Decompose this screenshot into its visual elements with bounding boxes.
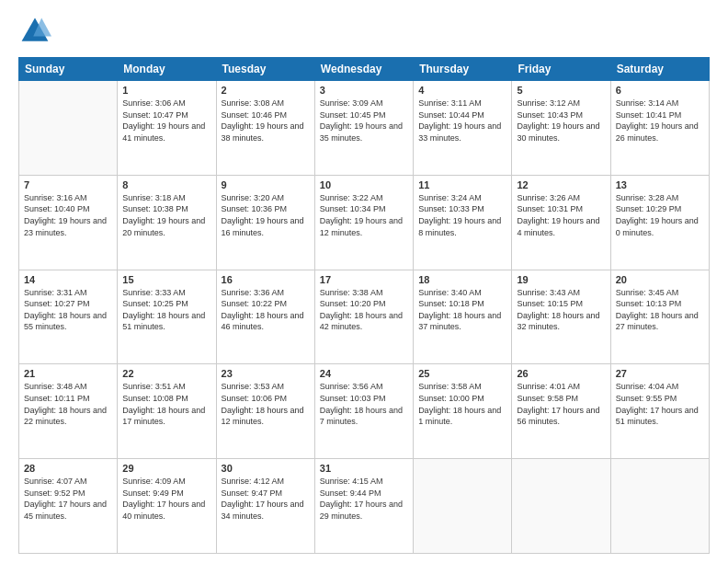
weekday-header-monday: Monday [118,58,216,81]
day-cell: 31 Sunrise: 4:15 AM Sunset: 9:44 PM Dayl… [314,459,413,554]
day-number: 1 [122,85,210,96]
day-cell: 22 Sunrise: 3:51 AM Sunset: 10:08 PM Day… [118,364,216,459]
day-cell: 29 Sunrise: 4:09 AM Sunset: 9:49 PM Dayl… [118,459,216,554]
day-cell: 7 Sunrise: 3:16 AM Sunset: 10:40 PM Dayl… [19,175,118,270]
week-row-4: 21 Sunrise: 3:48 AM Sunset: 10:11 PM Day… [19,364,710,459]
day-cell: 2 Sunrise: 3:08 AM Sunset: 10:46 PM Dayl… [216,81,314,176]
day-cell: 16 Sunrise: 3:36 AM Sunset: 10:22 PM Day… [216,270,314,364]
day-cell: 20 Sunrise: 3:45 AM Sunset: 10:13 PM Day… [610,270,709,364]
day-number: 23 [222,368,310,379]
weekday-header-row: SundayMondayTuesdayWednesdayThursdayFrid… [19,58,710,81]
day-number: 25 [418,368,506,379]
weekday-header-wednesday: Wednesday [314,58,413,81]
weekday-header-saturday: Saturday [610,58,709,81]
day-info: Sunrise: 4:09 AM Sunset: 9:49 PM Dayligh… [122,476,210,522]
day-number: 6 [616,85,704,96]
day-cell: 25 Sunrise: 3:58 AM Sunset: 10:00 PM Day… [414,364,512,459]
day-number: 2 [222,85,310,96]
day-number: 7 [24,179,112,190]
day-number: 5 [517,85,605,96]
week-row-1: 1 Sunrise: 3:06 AM Sunset: 10:47 PM Dayl… [19,81,710,176]
day-number: 24 [320,368,408,379]
day-cell: 6 Sunrise: 3:14 AM Sunset: 10:41 PM Dayl… [610,81,709,176]
day-info: Sunrise: 4:12 AM Sunset: 9:47 PM Dayligh… [222,476,310,522]
logo-icon [18,15,51,48]
day-info: Sunrise: 3:31 AM Sunset: 10:27 PM Daylig… [24,287,112,333]
day-info: Sunrise: 3:48 AM Sunset: 10:11 PM Daylig… [24,381,112,427]
day-number: 21 [24,368,112,379]
day-cell: 19 Sunrise: 3:43 AM Sunset: 10:15 PM Day… [512,270,610,364]
day-cell: 26 Sunrise: 4:01 AM Sunset: 9:58 PM Dayl… [512,364,610,459]
day-info: Sunrise: 3:26 AM Sunset: 10:31 PM Daylig… [517,192,605,238]
weekday-header-tuesday: Tuesday [216,58,314,81]
day-number: 20 [616,274,704,285]
day-info: Sunrise: 3:18 AM Sunset: 10:38 PM Daylig… [122,192,210,238]
day-number: 8 [122,179,210,190]
week-row-5: 28 Sunrise: 4:07 AM Sunset: 9:52 PM Dayl… [19,459,710,554]
calendar-table: SundayMondayTuesdayWednesdayThursdayFrid… [18,57,710,554]
day-cell: 30 Sunrise: 4:12 AM Sunset: 9:47 PM Dayl… [216,459,314,554]
day-cell: 4 Sunrise: 3:11 AM Sunset: 10:44 PM Dayl… [414,81,512,176]
day-cell [512,459,610,554]
day-number: 10 [320,179,408,190]
day-number: 16 [222,274,310,285]
day-number: 18 [418,274,506,285]
day-info: Sunrise: 3:45 AM Sunset: 10:13 PM Daylig… [616,287,704,333]
day-cell: 18 Sunrise: 3:40 AM Sunset: 10:18 PM Day… [414,270,512,364]
day-cell: 12 Sunrise: 3:26 AM Sunset: 10:31 PM Day… [512,175,610,270]
day-info: Sunrise: 3:53 AM Sunset: 10:06 PM Daylig… [222,381,310,427]
day-number: 22 [122,368,210,379]
day-cell: 21 Sunrise: 3:48 AM Sunset: 10:11 PM Day… [19,364,118,459]
day-number: 28 [24,463,112,474]
day-number: 14 [24,274,112,285]
week-row-3: 14 Sunrise: 3:31 AM Sunset: 10:27 PM Day… [19,270,710,364]
day-number: 30 [222,463,310,474]
day-info: Sunrise: 4:01 AM Sunset: 9:58 PM Dayligh… [517,381,605,427]
day-number: 27 [616,368,704,379]
day-cell: 10 Sunrise: 3:22 AM Sunset: 10:34 PM Day… [314,175,413,270]
day-info: Sunrise: 3:12 AM Sunset: 10:43 PM Daylig… [517,98,605,144]
day-number: 31 [320,463,408,474]
day-info: Sunrise: 3:38 AM Sunset: 10:20 PM Daylig… [320,287,408,333]
day-cell: 8 Sunrise: 3:18 AM Sunset: 10:38 PM Dayl… [118,175,216,270]
day-number: 13 [616,179,704,190]
day-info: Sunrise: 3:33 AM Sunset: 10:25 PM Daylig… [122,287,210,333]
day-cell: 13 Sunrise: 3:28 AM Sunset: 10:29 PM Day… [610,175,709,270]
day-cell: 3 Sunrise: 3:09 AM Sunset: 10:45 PM Dayl… [314,81,413,176]
day-cell: 17 Sunrise: 3:38 AM Sunset: 10:20 PM Day… [314,270,413,364]
day-number: 11 [418,179,506,190]
header [18,15,710,48]
day-cell [610,459,709,554]
day-info: Sunrise: 3:09 AM Sunset: 10:45 PM Daylig… [320,98,408,144]
day-number: 12 [517,179,605,190]
day-cell [414,459,512,554]
day-cell: 15 Sunrise: 3:33 AM Sunset: 10:25 PM Day… [118,270,216,364]
day-info: Sunrise: 4:15 AM Sunset: 9:44 PM Dayligh… [320,476,408,522]
day-cell: 24 Sunrise: 3:56 AM Sunset: 10:03 PM Day… [314,364,413,459]
day-info: Sunrise: 3:40 AM Sunset: 10:18 PM Daylig… [418,287,506,333]
day-number: 4 [418,85,506,96]
logo [18,15,55,48]
day-info: Sunrise: 3:24 AM Sunset: 10:33 PM Daylig… [418,192,506,238]
day-info: Sunrise: 3:22 AM Sunset: 10:34 PM Daylig… [320,192,408,238]
page: SundayMondayTuesdayWednesdayThursdayFrid… [0,0,728,563]
day-info: Sunrise: 3:56 AM Sunset: 10:03 PM Daylig… [320,381,408,427]
day-info: Sunrise: 3:16 AM Sunset: 10:40 PM Daylig… [24,192,112,238]
day-number: 17 [320,274,408,285]
day-cell: 5 Sunrise: 3:12 AM Sunset: 10:43 PM Dayl… [512,81,610,176]
weekday-header-sunday: Sunday [19,58,118,81]
day-info: Sunrise: 3:43 AM Sunset: 10:15 PM Daylig… [517,287,605,333]
day-number: 19 [517,274,605,285]
day-info: Sunrise: 3:11 AM Sunset: 10:44 PM Daylig… [418,98,506,144]
day-cell: 1 Sunrise: 3:06 AM Sunset: 10:47 PM Dayl… [118,81,216,176]
day-info: Sunrise: 3:08 AM Sunset: 10:46 PM Daylig… [222,98,310,144]
day-number: 26 [517,368,605,379]
week-row-2: 7 Sunrise: 3:16 AM Sunset: 10:40 PM Dayl… [19,175,710,270]
day-info: Sunrise: 3:06 AM Sunset: 10:47 PM Daylig… [122,98,210,144]
day-info: Sunrise: 4:04 AM Sunset: 9:55 PM Dayligh… [616,381,704,427]
day-cell: 23 Sunrise: 3:53 AM Sunset: 10:06 PM Day… [216,364,314,459]
day-cell: 27 Sunrise: 4:04 AM Sunset: 9:55 PM Dayl… [610,364,709,459]
day-info: Sunrise: 3:28 AM Sunset: 10:29 PM Daylig… [616,192,704,238]
day-cell: 28 Sunrise: 4:07 AM Sunset: 9:52 PM Dayl… [19,459,118,554]
day-cell [19,81,118,176]
